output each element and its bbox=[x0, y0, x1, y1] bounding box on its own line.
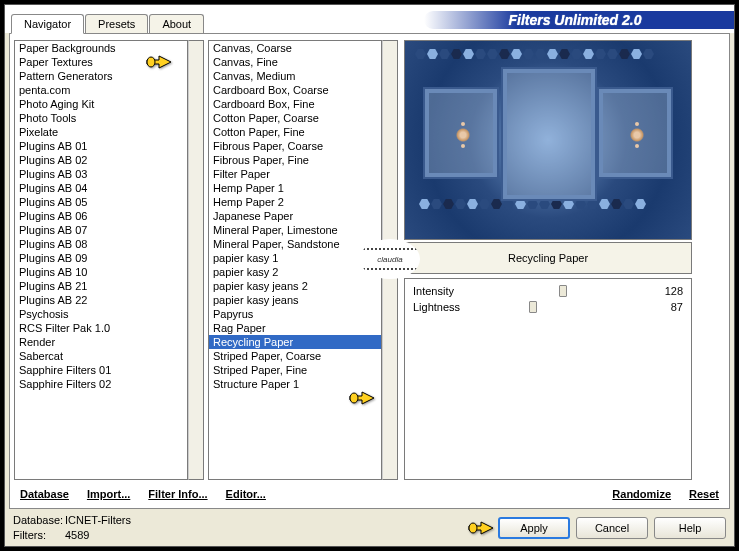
category-item[interactable]: Plugins AB 09 bbox=[15, 251, 187, 265]
filter-item[interactable]: Mineral Paper, Limestone bbox=[209, 223, 381, 237]
footer-info: Database:ICNET-Filters Filters:4589 bbox=[13, 513, 223, 542]
param-label: Lightness bbox=[413, 301, 465, 313]
category-scrollbar[interactable] bbox=[188, 40, 204, 480]
category-item[interactable]: Plugins AB 03 bbox=[15, 167, 187, 181]
param-value: 128 bbox=[653, 285, 683, 297]
filter-item[interactable]: Cardboard Box, Coarse bbox=[209, 83, 381, 97]
filter-item[interactable]: Rag Paper bbox=[209, 321, 381, 335]
randomize-link[interactable]: Randomize bbox=[612, 488, 671, 500]
preview-column: claudia Recycling Paper Intensity128Ligh… bbox=[404, 40, 692, 480]
filter-item[interactable]: Papyrus bbox=[209, 307, 381, 321]
filter-item[interactable]: papier kasy 2 bbox=[209, 265, 381, 279]
filter-info-link[interactable]: Filter Info... bbox=[148, 488, 207, 500]
filter-item[interactable]: Striped Paper, Coarse bbox=[209, 349, 381, 363]
author-logo: claudia bbox=[360, 239, 420, 279]
category-item[interactable]: Paper Backgrounds bbox=[15, 41, 187, 55]
editor-link[interactable]: Editor... bbox=[226, 488, 266, 500]
filter-item[interactable]: Canvas, Coarse bbox=[209, 41, 381, 55]
footer: Database:ICNET-Filters Filters:4589 Appl… bbox=[5, 509, 734, 546]
param-row: Intensity128 bbox=[413, 283, 683, 299]
database-link[interactable]: Database bbox=[20, 488, 69, 500]
filter-item[interactable]: Canvas, Medium bbox=[209, 69, 381, 83]
category-item[interactable]: Plugins AB 06 bbox=[15, 209, 187, 223]
category-item[interactable]: Plugins AB 01 bbox=[15, 139, 187, 153]
title-bar: Filters Unlimited 2.0 Navigator Presets … bbox=[5, 5, 734, 33]
param-slider[interactable] bbox=[465, 305, 653, 309]
filter-item[interactable]: Filter Paper bbox=[209, 167, 381, 181]
db-value: ICNET-Filters bbox=[65, 514, 131, 526]
category-item[interactable]: Sapphire Filters 02 bbox=[15, 377, 187, 391]
preview-image bbox=[404, 40, 692, 240]
category-item[interactable]: Plugins AB 22 bbox=[15, 293, 187, 307]
upper-columns: Paper BackgroundsPaper TexturesPattern G… bbox=[14, 40, 725, 480]
import-link[interactable]: Import... bbox=[87, 488, 130, 500]
filter-item[interactable]: Striped Paper, Fine bbox=[209, 363, 381, 377]
filter-item[interactable]: papier kasy jeans 2 bbox=[209, 279, 381, 293]
category-item[interactable]: Plugins AB 07 bbox=[15, 223, 187, 237]
category-item[interactable]: Plugins AB 02 bbox=[15, 153, 187, 167]
parameters-panel: Intensity128Lightness87 bbox=[404, 278, 692, 480]
category-item[interactable]: Plugins AB 04 bbox=[15, 181, 187, 195]
footer-buttons: Apply Cancel Help bbox=[223, 517, 726, 539]
help-button[interactable]: Help bbox=[654, 517, 726, 539]
filter-item[interactable]: Hemp Paper 1 bbox=[209, 181, 381, 195]
category-item[interactable]: Plugins AB 10 bbox=[15, 265, 187, 279]
category-item[interactable]: Pixelate bbox=[15, 125, 187, 139]
category-item[interactable]: Sapphire Filters 01 bbox=[15, 363, 187, 377]
category-list-wrap: Paper BackgroundsPaper TexturesPattern G… bbox=[14, 40, 204, 480]
filter-item[interactable]: papier kasy jeans bbox=[209, 293, 381, 307]
filter-item[interactable]: Japanese Paper bbox=[209, 209, 381, 223]
param-slider[interactable] bbox=[465, 289, 653, 293]
cancel-button[interactable]: Cancel bbox=[576, 517, 648, 539]
filter-item[interactable]: Recycling Paper bbox=[209, 335, 381, 349]
category-item[interactable]: Plugins AB 05 bbox=[15, 195, 187, 209]
tab-strip: Navigator Presets About bbox=[11, 14, 205, 34]
filter-item[interactable]: Mineral Paper, Sandstone bbox=[209, 237, 381, 251]
category-item[interactable]: Render bbox=[15, 335, 187, 349]
app-title-banner: Filters Unlimited 2.0 bbox=[424, 11, 734, 29]
tab-navigator[interactable]: Navigator bbox=[11, 14, 84, 34]
filters-unlimited-window: Filters Unlimited 2.0 Navigator Presets … bbox=[4, 4, 735, 547]
filter-item[interactable]: Fibrous Paper, Fine bbox=[209, 153, 381, 167]
category-item[interactable]: Psychosis bbox=[15, 307, 187, 321]
filter-item[interactable]: Fibrous Paper, Coarse bbox=[209, 139, 381, 153]
filter-item[interactable]: papier kasy 1 bbox=[209, 251, 381, 265]
link-button-row: Database Import... Filter Info... Editor… bbox=[14, 480, 725, 504]
category-item[interactable]: penta.com bbox=[15, 83, 187, 97]
app-title: Filters Unlimited 2.0 bbox=[508, 12, 641, 28]
filters-value: 4589 bbox=[65, 529, 89, 541]
category-item[interactable]: Pattern Generators bbox=[15, 69, 187, 83]
selected-filter-name: Recycling Paper bbox=[405, 252, 691, 264]
filter-item[interactable]: Structure Paper 1 bbox=[209, 377, 381, 391]
selected-filter-row: claudia Recycling Paper bbox=[404, 242, 692, 274]
category-item[interactable]: Plugins AB 21 bbox=[15, 279, 187, 293]
filters-label: Filters: bbox=[13, 528, 65, 542]
apply-button[interactable]: Apply bbox=[498, 517, 570, 539]
reset-link[interactable]: Reset bbox=[689, 488, 719, 500]
filter-item[interactable]: Cardboard Box, Fine bbox=[209, 97, 381, 111]
param-label: Intensity bbox=[413, 285, 465, 297]
category-list[interactable]: Paper BackgroundsPaper TexturesPattern G… bbox=[14, 40, 188, 480]
category-item[interactable]: Photo Tools bbox=[15, 111, 187, 125]
db-label: Database: bbox=[13, 513, 65, 527]
param-value: 87 bbox=[653, 301, 683, 313]
navigator-panel: Paper BackgroundsPaper TexturesPattern G… bbox=[9, 33, 730, 509]
category-item[interactable]: Sabercat bbox=[15, 349, 187, 363]
filter-item[interactable]: Canvas, Fine bbox=[209, 55, 381, 69]
category-item[interactable]: Photo Aging Kit bbox=[15, 97, 187, 111]
tab-presets[interactable]: Presets bbox=[85, 14, 148, 34]
category-item[interactable]: Paper Textures bbox=[15, 55, 187, 69]
category-item[interactable]: Plugins AB 08 bbox=[15, 237, 187, 251]
filter-item[interactable]: Cotton Paper, Coarse bbox=[209, 111, 381, 125]
filter-item[interactable]: Hemp Paper 2 bbox=[209, 195, 381, 209]
tab-about[interactable]: About bbox=[149, 14, 204, 34]
category-item[interactable]: RCS Filter Pak 1.0 bbox=[15, 321, 187, 335]
filter-list[interactable]: Canvas, CoarseCanvas, FineCanvas, Medium… bbox=[208, 40, 382, 480]
filter-item[interactable]: Cotton Paper, Fine bbox=[209, 125, 381, 139]
param-row: Lightness87 bbox=[413, 299, 683, 315]
